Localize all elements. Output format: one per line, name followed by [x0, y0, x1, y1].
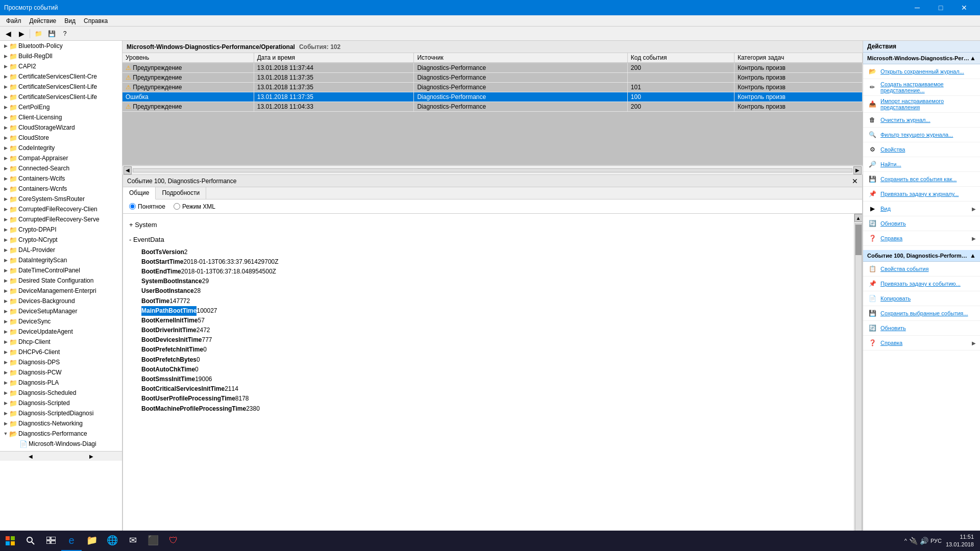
- vscroll-track[interactable]: [855, 223, 862, 541]
- action-item-label[interactable]: Привязать задачу к событию...: [880, 281, 961, 287]
- taskbar-app-chrome[interactable]: 🌐: [102, 531, 122, 551]
- action-item-label[interactable]: Сохранить выбранные события...: [880, 310, 968, 316]
- hscroll-right[interactable]: ▶: [853, 166, 862, 174]
- sidebar-item-crypto1[interactable]: ▶ 📁 Crypto-DPAPI: [0, 224, 122, 235]
- minimize-button[interactable]: ─: [905, 0, 929, 15]
- sidebar-item-diag-perf[interactable]: ▼ 📂 Diagnostics-Performance: [0, 429, 122, 439]
- sidebar-item-coresystem[interactable]: ▶ 📁 CoreSystem-SmsRouter: [0, 194, 122, 204]
- sidebar-item-cert2[interactable]: ▶ 📁 CertificateServicesClient-Life: [0, 82, 122, 92]
- menu-file[interactable]: Файл: [2, 16, 26, 26]
- toolbar-save[interactable]: 💾: [45, 28, 58, 39]
- action-item-label[interactable]: Создать настраиваемое представление...: [880, 81, 976, 93]
- sidebar-item-diag-script[interactable]: ▶ 📁 Diagnosis-Scripted: [0, 398, 122, 408]
- action-item-label[interactable]: Свойства события: [880, 266, 928, 272]
- action-item[interactable]: 🔄Обновить: [863, 216, 980, 231]
- sidebar-item-corrupted2[interactable]: ▶ 📁 CorruptedFileRecovery-Serve: [0, 214, 122, 224]
- sidebar-item-connected[interactable]: ▶ 📁 Connected-Search: [0, 163, 122, 173]
- taskbar-app-mail[interactable]: ✉: [122, 531, 143, 551]
- event-table[interactable]: Уровень Дата и время Источник Код событи…: [122, 53, 863, 165]
- sidebar-item-diag-net[interactable]: ▶ 📁 Diagnostics-Networking: [0, 418, 122, 429]
- sidebar-item-devsync[interactable]: ▶ 📁 DeviceSync: [0, 316, 122, 327]
- start-button[interactable]: [0, 531, 20, 551]
- sidebar-item-cert1[interactable]: ▶ 📁 CertificateServicesClient-Cre: [0, 71, 122, 82]
- taskbar-app-edge[interactable]: e: [61, 531, 82, 551]
- sidebar-item-compat[interactable]: ▶ 📁 Compat-Appraiser: [0, 153, 122, 163]
- sidebar-item-codeintegrity[interactable]: ▶ 📁 CodeIntegrity: [0, 143, 122, 153]
- action-item-label[interactable]: Обновить: [880, 325, 906, 331]
- sidebar-item-ms-windows[interactable]: 📄 Microsoft-Windows-Diagi: [0, 439, 122, 449]
- action-item-label[interactable]: Фильтр текущего журнала...: [880, 132, 953, 138]
- table-row[interactable]: ⚠ Предупреждение13.01.2018 11:37:35Diagn…: [122, 73, 863, 83]
- toolbar-forward[interactable]: ▶: [15, 28, 28, 39]
- radio-friendly-input[interactable]: [129, 203, 136, 210]
- sidebar-item-certpoleng[interactable]: ▶ 📁 CertPolEng: [0, 102, 122, 112]
- eventdata-header[interactable]: - EventData: [129, 235, 164, 245]
- hscroll-track[interactable]: [133, 168, 852, 172]
- vertical-scrollbar[interactable]: ▲ ▼: [854, 214, 862, 550]
- col-header-datetime[interactable]: Дата и время: [254, 53, 414, 63]
- tab-details[interactable]: Подробности: [156, 187, 206, 199]
- radio-xml-input[interactable]: [174, 203, 180, 210]
- action-item[interactable]: 📂Открыть сохраненный журнал...: [863, 64, 980, 79]
- sidebar-item-dal[interactable]: ▶ 📁 DAL-Provider: [0, 245, 122, 255]
- action-item-label[interactable]: Свойства: [880, 146, 905, 153]
- action-item-label[interactable]: Обновить: [880, 220, 906, 227]
- sidebar-item-corrupted1[interactable]: ▶ 📁 CorruptedFileRecovery-Clien: [0, 204, 122, 214]
- sidebar-item-capi2[interactable]: ▶ 📁 CAPI2: [0, 61, 122, 71]
- action-item-label[interactable]: Копировать: [880, 295, 911, 302]
- action-item[interactable]: ⚙Свойства: [863, 142, 980, 157]
- sidebar-item-containers1[interactable]: ▶ 📁 Containers-Wcifs: [0, 173, 122, 184]
- sidebar-item-datainteg[interactable]: ▶ 📁 DataIntegrityScan: [0, 255, 122, 265]
- horizontal-scrollbar[interactable]: ◀ ▶: [122, 165, 863, 174]
- sidebar-item-diag-dps[interactable]: ▶ 📁 Diagnosis-DPS: [0, 357, 122, 367]
- col-header-code[interactable]: Код события: [627, 53, 734, 63]
- sidebar-item-dhcp[interactable]: ▶ 📁 Dhcp-Client: [0, 337, 122, 347]
- sidebar-item-diag-pcw[interactable]: ▶ 📁 Diagnosis-PCW: [0, 367, 122, 378]
- table-row[interactable]: ⚠ Предупреждение13.01.2018 11:04:33Diagn…: [122, 102, 863, 112]
- action-item[interactable]: 🔄Обновить: [863, 321, 980, 336]
- action-item[interactable]: 📌Привязать задачу к событию...: [863, 277, 980, 291]
- sidebar-item-datetime[interactable]: ▶ 📁 DateTimeControlPanel: [0, 265, 122, 276]
- section-toggle[interactable]: ▲: [970, 55, 976, 62]
- hscroll-left[interactable]: ◀: [124, 166, 132, 174]
- action-item-label[interactable]: Сохранить все события как...: [880, 176, 957, 182]
- system-header[interactable]: + System: [129, 220, 157, 231]
- sidebar-item-diag-pla[interactable]: ▶ 📁 Diagnosis-PLA: [0, 378, 122, 388]
- col-header-level[interactable]: Уровень: [122, 53, 254, 63]
- col-header-source[interactable]: Источник: [414, 53, 627, 63]
- action-item-label[interactable]: Вид: [880, 206, 891, 212]
- col-header-category[interactable]: Категория задач: [734, 53, 862, 63]
- action-item[interactable]: ❓Справка▶: [863, 336, 980, 350]
- sidebar-item-containers2[interactable]: ▶ 📁 Containers-Wcnfs: [0, 184, 122, 194]
- action-item[interactable]: 📥Импорт настраиваемого представления: [863, 96, 980, 113]
- action-item[interactable]: 🔎Найти...: [863, 157, 980, 172]
- taskbar-app-shield[interactable]: 🛡: [163, 531, 184, 551]
- sidebar-item-diag-sched[interactable]: ▶ 📁 Diagnosis-Scheduled: [0, 388, 122, 398]
- tab-general[interactable]: Общие: [123, 187, 156, 199]
- action-item-label[interactable]: Открыть сохраненный журнал...: [880, 68, 964, 74]
- action-item[interactable]: ✏Создать настраиваемое представление...: [863, 79, 980, 96]
- sidebar-item-dhcpv6[interactable]: ▶ 📁 DHCPv6-Client: [0, 347, 122, 357]
- maximize-button[interactable]: □: [929, 0, 952, 15]
- action-item[interactable]: 📋Свойства события: [863, 262, 980, 277]
- taskbar-app-explorer[interactable]: 📁: [82, 531, 102, 551]
- toolbar-back[interactable]: ◀: [2, 28, 14, 39]
- sidebar-item-cert3[interactable]: ▶ 📁 CertificateServicesClient-Life: [0, 92, 122, 102]
- action-item[interactable]: 📄Копировать: [863, 291, 980, 306]
- search-button[interactable]: [20, 531, 41, 551]
- table-row[interactable]: Ошибка13.01.2018 11:37:35Diagnostics-Per…: [122, 92, 863, 102]
- event-detail-close-button[interactable]: ✕: [852, 177, 858, 185]
- action-item[interactable]: ❓Справка▶: [863, 231, 980, 246]
- action-item-label[interactable]: Найти...: [880, 161, 901, 167]
- action-item[interactable]: 💾Сохранить все события как...: [863, 172, 980, 187]
- tray-language[interactable]: РУС: [930, 538, 942, 544]
- sidebar-item-dsc[interactable]: ▶ 📁 Desired State Configuration: [0, 276, 122, 286]
- sidebar-item-devupdate[interactable]: ▶ 📁 DeviceUpdateAgent: [0, 327, 122, 337]
- action-item[interactable]: 📌Привязать задачу к журналу...: [863, 187, 980, 202]
- sidebar-item-crypto2[interactable]: ▶ 📁 Crypto-NCrypt: [0, 235, 122, 245]
- taskbar-app-terminal[interactable]: ⬛: [143, 531, 163, 551]
- sidebar-scroll-left[interactable]: ◀: [0, 452, 61, 461]
- section-toggle[interactable]: ▲: [970, 252, 976, 259]
- action-item[interactable]: ▶Вид▶: [863, 202, 980, 216]
- toolbar-open[interactable]: 📁: [32, 28, 44, 39]
